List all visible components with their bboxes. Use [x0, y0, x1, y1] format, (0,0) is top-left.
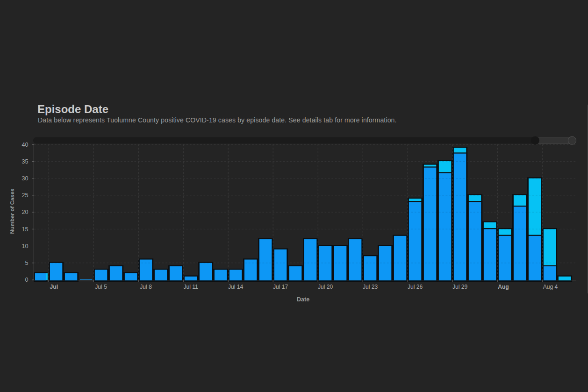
svg-text:15: 15 — [22, 226, 29, 233]
svg-text:Jul 11: Jul 11 — [183, 284, 198, 290]
svg-text:25: 25 — [22, 192, 29, 199]
svg-text:Jul 8: Jul 8 — [140, 284, 152, 290]
svg-text:Date: Date — [297, 296, 309, 303]
svg-text:Jul: Jul — [50, 284, 58, 290]
svg-text:Jul 20: Jul 20 — [318, 284, 333, 290]
svg-text:Jul 14: Jul 14 — [228, 284, 244, 290]
svg-text:Aug: Aug — [498, 284, 509, 290]
svg-text:Aug 4: Aug 4 — [543, 284, 558, 290]
svg-text:35: 35 — [22, 158, 29, 165]
svg-text:30: 30 — [22, 175, 29, 182]
svg-text:Number of Cases: Number of Cases — [9, 188, 15, 234]
svg-text:Jul 29: Jul 29 — [452, 284, 468, 290]
svg-text:Episode Date: Episode Date — [37, 103, 108, 115]
svg-text:0: 0 — [25, 277, 29, 283]
svg-text:Jul 26: Jul 26 — [408, 284, 423, 290]
svg-text:Data below represents Tuolumne: Data below represents Tuolumne County po… — [38, 116, 397, 124]
svg-text:Jul 5: Jul 5 — [95, 284, 107, 290]
svg-text:10: 10 — [22, 243, 29, 249]
svg-text:40: 40 — [22, 142, 29, 148]
svg-text:5: 5 — [25, 260, 29, 266]
svg-text:20: 20 — [22, 209, 29, 215]
svg-text:Jul 23: Jul 23 — [363, 284, 378, 290]
svg-text:Jul 17: Jul 17 — [273, 284, 288, 290]
